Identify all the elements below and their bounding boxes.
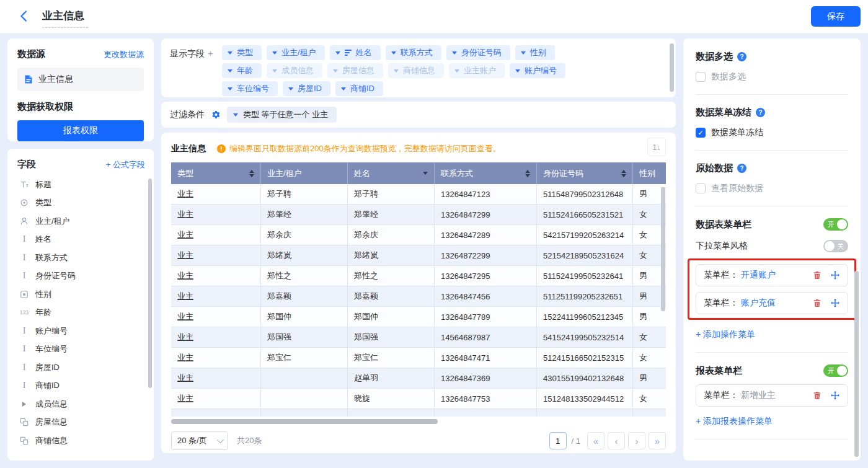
add-action-menu-link[interactable]: + 添加操作菜单 [696,329,755,340]
field-item[interactable]: I账户编号 [17,322,145,340]
column-header[interactable]: 业主/租户 [261,162,348,184]
field-item[interactable]: 类型 [17,194,145,213]
table-row[interactable]: 业主郑绪岚郑绪岚13264872299521542189505231624女 [171,245,666,266]
table-cell: 郑性之 [348,266,435,286]
table-row[interactable]: 业主晓旋13264847753151248133502944512女 [171,389,666,409]
add-display-field-button[interactable]: + [208,48,213,58]
table-row[interactable]: 业主郑嘉颖郑嘉颖13264847456511251199205232651男 [171,286,666,307]
first-page-button[interactable]: « [587,432,604,449]
display-field-tag[interactable]: 姓名 [330,45,381,60]
column-header[interactable]: 类型 [171,162,261,184]
gear-icon[interactable] [211,110,221,120]
display-field-tag[interactable]: 类型 [222,45,262,60]
filter-condition-tag[interactable]: 类型 等于任意一个 业主 [227,107,337,123]
display-field-tag[interactable]: 账户编号 [510,63,565,78]
tag-label: 房屋ID [298,83,322,94]
display-field-tag[interactable]: 房屋ID [283,81,330,96]
multi-select-checkbox[interactable] [696,72,706,82]
table-row[interactable]: 业主郑子聘郑子聘13264847123511548799502312648男 [171,184,666,205]
total-count: 共20条 [237,435,262,446]
display-field-tag[interactable]: 业主账户 [449,63,505,78]
sort-icon[interactable] [525,170,530,177]
display-field-tag[interactable]: 商铺信息 [388,63,444,78]
fields-scrollbar[interactable] [148,179,152,388]
next-page-button[interactable]: › [628,432,645,449]
display-field-tag[interactable]: 商铺ID [335,81,383,96]
table-row[interactable]: 业主郑性之郑性之13264847295511524199505232641男 [171,266,666,286]
table-horizontal-scrollbar[interactable] [171,419,438,424]
last-page-button[interactable]: » [649,432,666,449]
field-item[interactable]: I身份证号码 [17,267,145,286]
move-icon[interactable] [830,298,840,308]
help-icon[interactable]: ? [737,52,746,61]
move-icon[interactable] [830,391,840,400]
field-item[interactable]: 成员信息 [17,395,145,413]
field-item[interactable]: I车位编号 [17,340,145,359]
column-header[interactable]: 身份证号码 [537,162,633,184]
move-icon[interactable] [830,270,840,280]
table-cell: 女 [633,327,666,348]
menu-bar-item[interactable]: 菜单栏：开通账户 [696,264,848,286]
field-item[interactable]: I房屋ID [17,358,145,377]
table-row[interactable]: 业主郑余庆郑余庆13264847289542157199205263214女 [171,225,666,245]
help-icon[interactable]: ? [756,108,765,117]
display-field-tag[interactable]: 房屋信息 [327,63,383,78]
display-field-tag[interactable]: 身份证号码 [446,45,510,60]
table-title: 业主信息 [171,143,206,154]
display-field-tag[interactable]: 成员信息 [267,63,322,78]
table-row[interactable]: 业主赵单羽13264847369430155199402132648男 [171,368,666,389]
delete-icon[interactable] [812,270,822,280]
page-size-select[interactable]: 20 条/页 [171,431,228,450]
column-header[interactable]: 性别 [633,162,666,184]
table-vertical-scrollbar[interactable] [661,187,665,311]
help-icon[interactable]: ? [737,164,746,173]
menu-freeze-checkbox[interactable]: ✓ [696,128,706,138]
table-row[interactable]: 业主郑宝仁郑宝仁13264847471512415166502152315女 [171,348,666,368]
add-report-action-menu-link[interactable]: + 添加报表操作菜单 [696,416,773,427]
field-item[interactable]: I联系方式 [17,249,145,267]
column-header[interactable]: 姓名 [348,162,435,184]
report-menu-toggle[interactable]: 开 [823,364,848,377]
field-item[interactable]: 123年龄 [17,304,145,322]
delete-icon[interactable] [812,391,822,400]
sort-icon[interactable] [249,170,254,177]
menu-bar-item[interactable]: 菜单栏：新增业主 [696,384,848,407]
column-header[interactable]: 联系方式 [435,162,537,184]
field-item[interactable]: 性别 [17,285,145,304]
field-item[interactable]: I商铺ID [17,377,145,395]
menu-bar-item[interactable]: 菜单栏：账户充值 [696,292,848,314]
field-item[interactable]: 业主/租户 [17,212,145,231]
field-item[interactable]: 标题 [17,175,145,194]
field-item[interactable]: I姓名 [17,231,145,249]
table-sort-button[interactable]: 1↓ [647,138,666,156]
display-field-tag[interactable]: 年龄 [222,63,262,78]
back-button[interactable] [17,9,31,23]
delete-icon[interactable] [812,298,822,308]
table-row[interactable]: 业主郑肇经郑肇经13264847299511524166505231521女 [171,205,666,225]
field-item[interactable]: 房屋信息 [17,413,145,432]
report-permission-button[interactable]: 报表权限 [17,120,144,141]
table-cell: 业主 [171,245,261,266]
display-field-tag[interactable]: 联系方式 [386,45,441,60]
field-item[interactable]: 商铺信息 [17,431,145,450]
display-field-tag[interactable]: 车位编号 [222,81,278,96]
page-number-input[interactable]: 1 [549,432,567,449]
sort-desc-icon[interactable] [423,172,428,175]
table-menu-toggle[interactable]: 开 [823,218,848,231]
display-field-tag[interactable]: 业主/租户 [267,45,325,60]
settings-scrollbar[interactable] [854,271,859,457]
relation-icon [19,436,30,445]
change-datasource-link[interactable]: 更改数据源 [104,49,144,60]
table-row[interactable]: 业主郑国强郑国强14564687987541524199505232514女 [171,327,666,348]
table-row[interactable]: 业主郑国仲郑国仲13264847789152241199605212345男 [171,307,666,327]
dropdown-style-toggle[interactable]: 关 [823,240,848,252]
display-field-tag[interactable]: 性别 [515,45,555,60]
datasource-item[interactable]: 业主信息 [17,68,144,91]
save-button[interactable]: 保存 [811,6,861,27]
add-formula-field-link[interactable]: + 公式字段 [106,159,145,170]
prev-page-button[interactable]: ‹ [608,432,625,449]
topbar: 业主信息 保存 [0,0,868,33]
sort-icon[interactable] [621,170,626,177]
display-fields-scrollbar[interactable] [670,43,674,92]
raw-data-checkbox[interactable] [696,183,706,193]
